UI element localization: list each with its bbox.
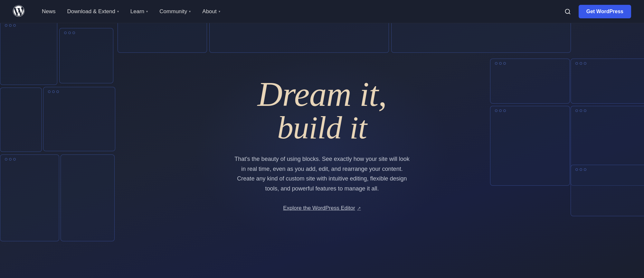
hero-headline-line1: Dream it, xyxy=(209,77,435,112)
search-button[interactable] xyxy=(562,6,573,17)
nav-items: News Download & Extend ▾ Learn ▾ Communi… xyxy=(37,6,562,17)
nav-right: Get WordPress xyxy=(562,5,631,18)
hero-headline-line2: build it xyxy=(209,112,435,144)
ui-block xyxy=(490,106,570,186)
ui-block xyxy=(571,59,644,104)
hero-content: Dream it, build it That's the beauty of … xyxy=(209,77,435,211)
chevron-down-icon: ▾ xyxy=(146,10,148,13)
ui-block xyxy=(61,154,115,241)
nav-item-news[interactable]: News xyxy=(37,6,60,17)
ui-block xyxy=(0,23,57,85)
hero-headline: Dream it, build it xyxy=(209,77,435,144)
ui-block xyxy=(118,23,207,53)
chevron-down-icon: ▾ xyxy=(189,10,191,13)
ui-block xyxy=(391,23,571,53)
site-logo[interactable] xyxy=(13,5,24,18)
hero-description: That's the beauty of using blocks. See e… xyxy=(232,154,412,193)
ui-block xyxy=(209,23,389,53)
external-link-icon: ↗ xyxy=(357,206,361,211)
svg-line-1 xyxy=(569,13,570,14)
chevron-down-icon: ▾ xyxy=(117,10,119,13)
navbar: News Download & Extend ▾ Learn ▾ Communi… xyxy=(0,0,644,23)
nav-item-community[interactable]: Community ▾ xyxy=(155,6,195,17)
ui-block xyxy=(43,87,115,151)
hero-section: Dream it, build it That's the beauty of … xyxy=(0,23,644,278)
explore-editor-link[interactable]: Explore the WordPress Editor ↗ xyxy=(283,205,361,211)
ui-block xyxy=(0,88,42,152)
ui-block xyxy=(59,28,113,83)
ui-block xyxy=(490,59,570,104)
chevron-down-icon: ▾ xyxy=(219,10,220,13)
nav-item-about[interactable]: About ▾ xyxy=(198,6,224,17)
nav-item-learn[interactable]: Learn ▾ xyxy=(126,6,152,17)
ui-block xyxy=(571,165,644,216)
nav-item-download-extend[interactable]: Download & Extend ▾ xyxy=(63,6,123,17)
get-wordpress-button[interactable]: Get WordPress xyxy=(579,5,631,18)
ui-block xyxy=(0,154,59,241)
